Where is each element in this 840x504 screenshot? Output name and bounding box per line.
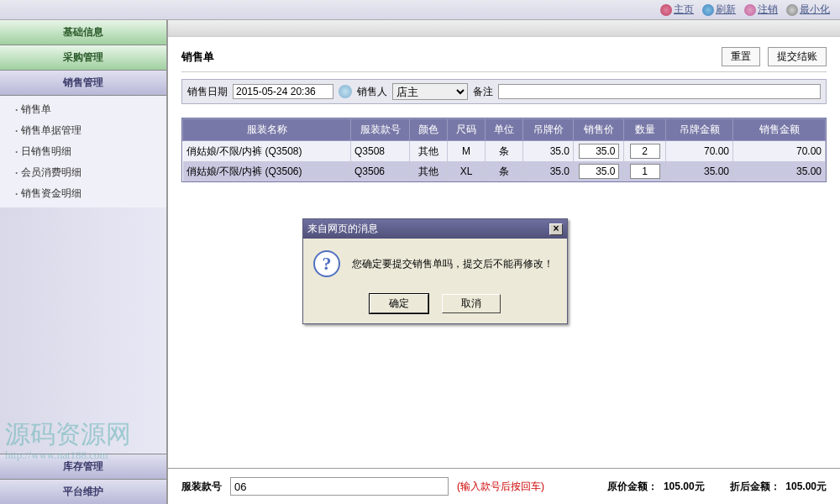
cell-saleamount: 70.00 [733,141,826,162]
qty-input[interactable] [630,144,660,159]
filter-bar: 销售日期 销售人 店主 备注 [181,79,827,104]
refresh-button[interactable]: 刷新 [699,1,739,18]
home-icon [660,4,672,16]
col-tagprice: 吊牌价 [523,119,574,141]
col-name: 服装名称 [183,119,351,141]
nav-item-sales-order[interactable]: 销售单 [0,99,166,120]
nav-section-basic[interactable]: 基础信息 [0,20,166,45]
reset-button[interactable]: 重置 [722,47,760,66]
cell-saleamount: 35.00 [733,161,826,181]
page-title: 销售单 [181,50,214,65]
nav-section-platform[interactable]: 平台维护 [0,479,166,504]
saleprice-input[interactable] [579,144,619,159]
cell-name: 俏姑娘/不限/内裤 (Q3508) [183,141,351,162]
remark-label: 备注 [473,85,493,99]
nav-submenu: 销售单 销售单据管理 日销售明细 会员消费明细 销售资金明细 [0,96,166,207]
dialog-close-button[interactable]: × [549,223,563,235]
sidebar: 基础信息 采购管理 销售管理 销售单 销售单据管理 日销售明细 会员消费明细 销… [0,20,168,504]
cell-code: Q3506 [351,161,410,181]
remark-input[interactable] [498,84,821,99]
minimize-button[interactable]: 最小化 [783,1,833,18]
code-label: 服装款号 [181,480,222,494]
date-label: 销售日期 [187,85,228,99]
top-toolbar: 主页 刷新 注销 最小化 [0,0,840,20]
disc-value: 105.00元 [785,480,827,492]
nav-item-fund-detail[interactable]: 销售资金明细 [0,183,166,204]
sales-table: 服装名称 服装款号 颜色 尺码 单位 吊牌价 销售价 数量 吊牌金额 销售金额 [181,118,827,182]
logout-icon [744,4,756,16]
cell-color: 其他 [410,161,448,181]
code-input[interactable] [230,477,449,496]
minimize-icon [786,4,798,16]
col-unit: 单位 [486,119,523,141]
cell-size: XL [448,161,486,181]
question-icon: ? [313,250,340,277]
home-button[interactable]: 主页 [657,1,697,18]
orig-value: 105.00元 [664,480,705,492]
dialog-title: 来自网页的消息 [307,222,378,236]
saleprice-input[interactable] [579,164,619,179]
col-saleprice: 销售价 [574,119,624,141]
table-row[interactable]: 俏姑娘/不限/内裤 (Q3506) Q3506 其他 XL 条 35.0 35.… [183,161,826,181]
col-color: 颜色 [410,119,448,141]
col-code: 服装款号 [351,119,410,141]
confirm-dialog: 来自网页的消息 × ? 您确定要提交销售单吗，提交后不能再修改！ 确定 取消 [302,218,568,324]
cell-code: Q3508 [351,141,410,162]
dialog-ok-button[interactable]: 确定 [370,294,428,313]
orig-label: 原价金额： [607,480,658,492]
cell-unit: 条 [486,141,523,162]
nav-section-inventory[interactable]: 库存管理 [0,454,166,479]
cell-color: 其他 [410,141,448,162]
col-saleamount: 销售金额 [733,119,826,141]
cell-size: M [448,141,486,162]
refresh-icon [702,4,714,16]
seller-select[interactable]: 店主 [392,83,468,100]
footer: 服装款号 (输入款号后按回车) 原价金额： 105.00元 折后金额： 105.… [168,468,840,504]
cell-tagamount: 35.00 [666,161,733,181]
nav-section-purchase[interactable]: 采购管理 [0,45,166,71]
cell-tagamount: 70.00 [666,141,733,162]
date-input[interactable] [233,84,333,99]
col-size: 尺码 [448,119,486,141]
cell-tagprice: 35.0 [523,141,574,162]
seller-label: 销售人 [357,85,387,99]
nav-section-sales[interactable]: 销售管理 [0,71,166,96]
table-row[interactable]: 俏姑娘/不限/内裤 (Q3508) Q3508 其他 M 条 35.0 70.0… [183,141,826,162]
dialog-message: 您确定要提交销售单吗，提交后不能再修改！ [352,257,554,271]
cell-unit: 条 [486,161,523,181]
cell-name: 俏姑娘/不限/内裤 (Q3506) [183,161,351,181]
qty-input[interactable] [630,164,660,179]
col-tagamount: 吊牌金额 [666,119,733,141]
code-hint: (输入款号后按回车) [457,480,544,494]
logout-button[interactable]: 注销 [741,1,781,18]
dialog-cancel-button[interactable]: 取消 [442,294,501,313]
tab-bar [168,20,840,37]
submit-button[interactable]: 提交结账 [768,47,827,66]
nav-item-member-detail[interactable]: 会员消费明细 [0,162,166,183]
disc-label: 折后金额： [730,480,780,492]
nav-item-daily-detail[interactable]: 日销售明细 [0,141,166,162]
nav-item-order-mgmt[interactable]: 销售单据管理 [0,120,166,141]
col-qty: 数量 [624,119,666,141]
cell-tagprice: 35.0 [523,161,574,181]
date-refresh-icon[interactable] [339,85,352,98]
